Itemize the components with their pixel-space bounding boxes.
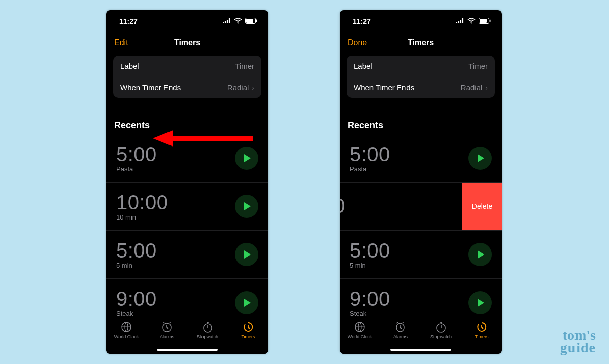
ends-row-value: Radial	[461, 83, 483, 92]
wifi-icon	[234, 17, 242, 25]
battery-icon	[245, 17, 257, 25]
recents-label: 10 min	[116, 213, 235, 221]
tab-bar: World Clock Alarms Stopwatch Timers	[106, 317, 268, 354]
chevron-right-icon: ›	[252, 84, 254, 92]
phone-right: 11:27 Done Timers Label Timer When Timer…	[340, 10, 502, 354]
edit-button[interactable]: Edit	[114, 38, 128, 47]
delete-label: Delete	[472, 202, 492, 210]
recents-time: 10:00	[116, 192, 235, 212]
timer-settings-card: Label Timer When Timer Ends Radial ›	[113, 56, 261, 98]
recents-list: 5:00 Pasta 10:00 10 min 5:00 5 min 9:00 …	[106, 134, 268, 327]
recents-label: Pasta	[350, 165, 468, 173]
play-button[interactable]	[468, 243, 492, 266]
when-timer-ends-row[interactable]: When Timer Ends Radial ›	[113, 77, 261, 98]
recents-heading: Recents	[348, 120, 494, 131]
play-button[interactable]	[235, 195, 258, 218]
logo-line2: guide	[560, 341, 596, 354]
label-row-title: Label	[120, 62, 139, 70]
timer-settings-card: Label Timer When Timer Ends Radial ›	[347, 56, 495, 98]
recents-time: 5:00	[350, 144, 468, 164]
tab-label: World Clock	[348, 334, 372, 339]
tab-world-clock[interactable]: World Clock	[106, 317, 147, 354]
globe-icon	[354, 321, 365, 333]
timer-icon	[243, 321, 254, 333]
done-button[interactable]: Done	[348, 38, 367, 47]
tab-timers[interactable]: Timers	[228, 317, 268, 354]
toms-guide-logo: tom's guide	[560, 329, 596, 354]
recents-time: 9:00	[116, 288, 235, 309]
play-button[interactable]	[235, 147, 258, 170]
status-bar: 11:27	[106, 10, 268, 32]
label-row[interactable]: Label Timer	[113, 56, 261, 77]
stopwatch-icon	[202, 321, 213, 333]
recents-row[interactable]: 5:00 5 min	[340, 230, 502, 278]
play-icon	[478, 299, 484, 307]
phone-left: 11:27 Edit Timers Label Timer When Timer…	[106, 10, 268, 354]
play-button[interactable]	[235, 291, 258, 314]
chevron-right-icon: ›	[485, 84, 488, 92]
tab-label: Stopwatch	[430, 334, 452, 339]
play-button[interactable]	[235, 243, 258, 266]
play-icon	[478, 154, 484, 162]
alarm-icon	[161, 321, 173, 333]
tab-label: Alarms	[393, 334, 408, 339]
recents-row[interactable]: 5:00 Pasta	[340, 134, 502, 182]
recents-row-swiped[interactable]: :00 Delete	[340, 182, 502, 230]
recents-label: 5 min	[116, 262, 235, 269]
svg-rect-12	[490, 20, 491, 22]
page-title: Timers	[106, 38, 268, 47]
recents-label: 5 min	[350, 262, 468, 269]
status-bar: 11:27	[340, 10, 502, 32]
svg-rect-2	[246, 19, 253, 23]
label-row-title: Label	[354, 62, 373, 70]
play-icon	[244, 154, 251, 162]
signal-icon	[223, 17, 231, 25]
when-timer-ends-row[interactable]: When Timer Ends Radial ›	[347, 77, 495, 98]
recents-row[interactable]: 5:00 5 min	[106, 230, 268, 278]
status-right	[223, 17, 257, 25]
recents-list: 5:00 Pasta :00 Delete 5:00 5 min	[340, 134, 502, 327]
delete-button[interactable]: Delete	[462, 183, 502, 230]
recents-label: Steak	[350, 310, 468, 317]
timer-icon	[476, 321, 487, 333]
play-icon	[244, 299, 251, 307]
play-icon	[478, 250, 484, 259]
recents-row[interactable]: 5:00 Pasta	[106, 134, 268, 182]
tab-world-clock[interactable]: World Clock	[340, 317, 380, 354]
home-indicator[interactable]	[390, 349, 451, 351]
svg-rect-11	[480, 19, 487, 23]
signal-icon	[456, 17, 464, 25]
home-indicator[interactable]	[157, 349, 218, 351]
stopwatch-icon	[435, 321, 447, 333]
ends-row-title: When Timer Ends	[354, 83, 414, 92]
svg-point-0	[238, 23, 239, 24]
nav-bar: Edit Timers	[106, 32, 268, 53]
tab-label: Stopwatch	[197, 334, 218, 339]
ends-row-value: Radial	[227, 83, 249, 92]
play-button[interactable]	[468, 147, 492, 170]
recents-time: :00	[340, 196, 458, 216]
tab-timers[interactable]: Timers	[461, 317, 502, 354]
ends-row-title: When Timer Ends	[120, 83, 181, 92]
label-row[interactable]: Label Timer	[347, 56, 495, 77]
svg-point-9	[471, 23, 472, 24]
recents-label: Steak	[116, 310, 235, 317]
recents-label: Pasta	[116, 165, 235, 173]
recents-row[interactable]: 10:00 10 min	[106, 182, 268, 230]
battery-icon	[479, 17, 491, 25]
play-icon	[244, 202, 251, 210]
recents-time: 5:00	[350, 240, 468, 261]
recents-heading: Recents	[114, 120, 260, 131]
recents-time: 5:00	[116, 144, 235, 164]
play-icon	[244, 250, 251, 259]
tab-label: World Clock	[114, 334, 139, 339]
label-row-value: Timer	[235, 62, 254, 70]
globe-icon	[121, 321, 132, 333]
nav-bar: Done Timers	[340, 32, 502, 53]
status-time: 11:27	[119, 17, 138, 25]
tab-label: Timers	[241, 334, 255, 339]
recents-time: 9:00	[350, 288, 468, 309]
tab-label: Alarms	[160, 334, 174, 339]
label-row-value: Timer	[468, 62, 488, 70]
play-button[interactable]	[468, 291, 492, 314]
